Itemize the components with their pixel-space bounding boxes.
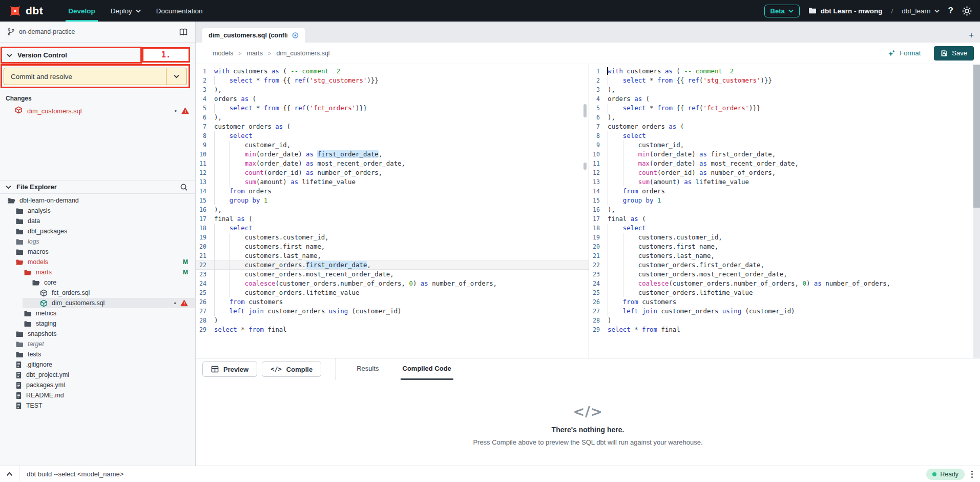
- code-line-13: 13 sum(amount) as lifetime_value: [196, 177, 589, 187]
- code-line-27: 27 left join customer_orders using (cust…: [196, 307, 589, 316]
- chevron-down-icon: [788, 9, 794, 13]
- nav-item-deploy[interactable]: Deploy: [103, 0, 149, 22]
- code-line-18: 18 select: [196, 224, 589, 233]
- kebab-menu-icon[interactable]: [971, 471, 973, 478]
- tree-item-core[interactable]: core: [0, 277, 195, 288]
- tree-item-label: macros: [28, 248, 49, 255]
- nav-item-develop[interactable]: Develop: [60, 0, 103, 22]
- tree-item-staging[interactable]: staging: [0, 318, 195, 329]
- tree-item-label: snapshots: [28, 330, 56, 337]
- dbt-logo[interactable]: dbt: [8, 4, 43, 18]
- code-line-23: 23 customer_orders.most_recent_order_dat…: [196, 270, 589, 279]
- folder-icon: [15, 340, 24, 348]
- nav-item-documentation[interactable]: Documentation: [149, 0, 211, 22]
- editor-pane-left[interactable]: 1with customers as ( -- comment 22 selec…: [196, 64, 589, 358]
- folder-icon: [24, 320, 32, 328]
- changed-file-dim-customers[interactable]: dim_customers.sql •: [0, 104, 195, 117]
- tree-item--gitignore[interactable]: .gitignore: [0, 359, 195, 370]
- git-branch-icon: [7, 28, 15, 36]
- tab-results[interactable]: Results: [355, 358, 381, 380]
- folder-icon: [15, 351, 24, 358]
- compile-button[interactable]: </> Compile: [262, 362, 321, 377]
- code-line-21: 21 customers.last_name,: [196, 251, 589, 260]
- editor-pane-right[interactable]: 1with customers as ( -- comment 22 selec…: [589, 64, 980, 358]
- chevron-down-icon: [7, 53, 12, 57]
- commit-and-resolve-button[interactable]: Commit and resolve: [4, 68, 187, 85]
- breadcrumb-file[interactable]: dim_customers.sql: [276, 50, 329, 57]
- file-explorer-title: File Explorer: [16, 183, 57, 191]
- file-icon: [15, 392, 22, 399]
- model-cube-icon: [40, 289, 48, 297]
- logo-text: dbt: [26, 5, 43, 17]
- environment-dropdown[interactable]: dbt_learn: [902, 7, 939, 15]
- code-line-19: 19 customers.customer_id,: [589, 233, 980, 242]
- gear-icon[interactable]: [962, 6, 972, 16]
- code-line-20: 20 customers.first_name,: [196, 242, 589, 251]
- tree-item-label: dim_customers.sql: [52, 299, 105, 307]
- folder-icon: [15, 330, 24, 338]
- docs-book-icon[interactable]: [179, 28, 188, 36]
- format-button[interactable]: Format: [887, 49, 921, 57]
- tree-item-label: TEST: [26, 402, 43, 409]
- new-tab-button[interactable]: +: [969, 31, 974, 39]
- breadcrumb-models[interactable]: models: [213, 50, 233, 57]
- code-icon: </>: [270, 366, 282, 373]
- tree-item-label: analysis: [28, 207, 51, 214]
- save-button[interactable]: Save: [934, 46, 974, 61]
- folder-icon: [24, 269, 32, 276]
- conflict-indicator-icon: [292, 32, 299, 39]
- top-nav: dbt Develop Deploy Documentation Beta db…: [0, 0, 980, 22]
- tree-item-dim-customers-sql[interactable]: dim_customers.sql•: [0, 298, 195, 308]
- tree-item-dbt-packages[interactable]: dbt_packages: [0, 226, 195, 236]
- tree-item-models[interactable]: modelsM: [0, 257, 195, 267]
- tree-item-test[interactable]: TEST: [0, 400, 195, 411]
- tree-item-tests[interactable]: tests: [0, 349, 195, 359]
- tree-item-dbt-project-yml[interactable]: dbt_project.yml: [0, 370, 195, 380]
- tab-dim-customers[interactable]: dim_customers.sql (confli...: [202, 28, 305, 43]
- bottom-panel: Preview </> Compile Results Compiled Cod…: [196, 358, 980, 466]
- editor-tab-bar: dim_customers.sql (confli... +: [196, 22, 980, 43]
- code-line-16: 16),: [196, 205, 589, 214]
- branch-bar: on-demand-practice: [0, 22, 195, 43]
- main-area: dim_customers.sql (confli... + models > …: [196, 22, 980, 466]
- code-line-24: 24 coalesce(customer_orders.number_of_or…: [196, 279, 589, 288]
- tree-item-analysis[interactable]: analysis: [0, 206, 195, 216]
- tree-item-metrics[interactable]: metrics: [0, 308, 195, 318]
- help-icon[interactable]: ?: [948, 6, 953, 16]
- tree-item-label: models: [28, 258, 48, 266]
- folder-icon: [15, 248, 24, 256]
- chevron-down-icon: [174, 74, 179, 78]
- empty-state-title: There's nothing here.: [196, 426, 980, 434]
- code-line-23: 23 customer_orders.most_recent_order_dat…: [589, 270, 980, 279]
- file-explorer-header[interactable]: File Explorer: [0, 180, 195, 194]
- annotation-label: 1.: [142, 47, 190, 63]
- folder-icon: [808, 7, 817, 14]
- tree-item-macros[interactable]: macros: [0, 247, 195, 257]
- tab-compiled-code[interactable]: Compiled Code: [401, 358, 453, 380]
- tree-item-packages-yml[interactable]: packages.yml: [0, 380, 195, 390]
- empty-state: </> There's nothing here. Press Compile …: [196, 404, 980, 446]
- breadcrumb-marts[interactable]: marts: [247, 50, 263, 57]
- tree-item-marts[interactable]: martsM: [0, 267, 195, 277]
- code-line-29: 29select * from final: [196, 325, 589, 334]
- commit-dropdown-caret[interactable]: [166, 68, 186, 85]
- tree-item-snapshots[interactable]: snapshots: [0, 329, 195, 339]
- tree-item-target[interactable]: target: [0, 339, 195, 349]
- beta-dropdown[interactable]: Beta: [764, 5, 800, 17]
- tree-item-dbt-learn-on-demand[interactable]: dbt-learn-on-demand: [0, 195, 195, 206]
- code-line-3: 3),: [196, 85, 589, 94]
- code-line-11: 11 max(order_date) as most_recent_order_…: [196, 159, 589, 168]
- preview-button[interactable]: Preview: [202, 362, 257, 377]
- tree-item-readme-md[interactable]: README.md: [0, 390, 195, 400]
- tree-item-data[interactable]: data: [0, 216, 195, 226]
- command-input[interactable]: dbt build --select <model_name>: [27, 470, 123, 478]
- code-line-4: 4orders as (: [589, 94, 980, 104]
- tree-item-label: data: [28, 217, 40, 225]
- chevron-down-icon: [6, 185, 11, 189]
- tree-item-logs[interactable]: logs: [0, 236, 195, 247]
- tree-item-fct-orders-sql[interactable]: fct_orders.sql: [0, 288, 195, 298]
- search-icon[interactable]: [180, 183, 188, 191]
- code-line-1: 1with customers as ( -- comment 2: [196, 67, 589, 76]
- expand-command-bar-icon[interactable]: [6, 472, 13, 476]
- version-control-header[interactable]: Version Control: [0, 47, 142, 64]
